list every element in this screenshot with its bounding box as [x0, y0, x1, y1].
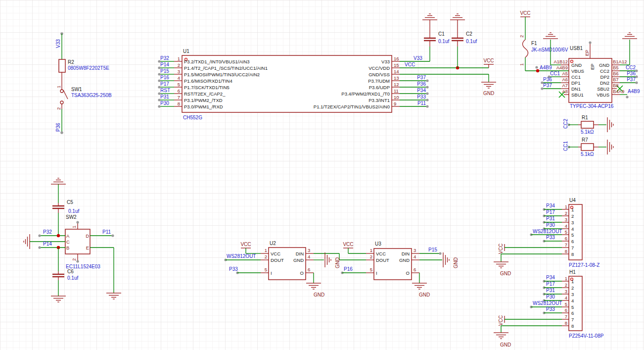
net-label[interactable]: P17: [546, 281, 555, 287]
net-label[interactable]: P30: [546, 294, 555, 300]
gnd-label: GND: [419, 292, 430, 298]
net-label-p15[interactable]: P15: [428, 247, 437, 252]
pin-number: 11: [394, 88, 399, 94]
pin-name: 1: [571, 207, 574, 212]
net-label-p14[interactable]: P14: [43, 241, 52, 247]
u1-ref: U1: [183, 49, 189, 54]
pin-number: 4: [308, 254, 310, 259]
net-label[interactable]: P14: [160, 62, 169, 67]
c5-ref: C5: [67, 200, 73, 205]
net-label-cc1[interactable]: CC1: [563, 141, 568, 151]
vcc-label: VCC: [498, 244, 504, 254]
pin-number: 4: [565, 295, 567, 300]
pin-name: DN2: [600, 80, 609, 86]
net-label[interactable]: P34: [417, 88, 426, 93]
pin-name: DOUT: [376, 257, 389, 263]
net-label-p16[interactable]: P16: [344, 266, 353, 272]
net-label[interactable]: WS2812OUT: [533, 300, 562, 306]
net-label[interactable]: P33: [417, 94, 426, 100]
net-label-p33[interactable]: P33: [229, 266, 238, 272]
pin-number: B6: [613, 71, 619, 76]
pin-number: 3: [565, 217, 567, 222]
net-label[interactable]: P34: [546, 275, 555, 280]
net-label[interactable]: WS2812OUT: [533, 229, 562, 234]
pin-number: A5: [562, 71, 568, 76]
net-label[interactable]: P16: [160, 75, 169, 80]
sw2-pin-b: B: [66, 245, 69, 250]
pin-name: VCC/VDD: [368, 65, 390, 71]
pin-name: 3: [571, 220, 574, 225]
vcc-label: VCC: [498, 315, 504, 326]
net-label-a4b9[interactable]: A4B9: [540, 65, 552, 70]
c5-value: 0.1uf: [68, 208, 79, 214]
net-label-cc2[interactable]: CC2: [563, 119, 568, 129]
pin-name: O: [300, 270, 304, 276]
vcc-label: VCC: [240, 242, 251, 247]
net-label[interactable]: P32: [160, 55, 169, 61]
schematic-sheet[interactable]: V33 R2 0805W8F2202T5E 1 2 SW1 TSA363G25-…: [0, 0, 644, 350]
c2-value: 0.1uf: [466, 39, 477, 44]
pin-name: VBUS: [571, 68, 584, 74]
net-label[interactable]: P31: [546, 216, 555, 221]
net-label[interactable]: A4B9: [628, 89, 640, 94]
net-label[interactable]: P36: [627, 71, 636, 76]
pin-name: P1.1/T2EX/CAP2/TIN1/VBUS2/AIN0: [314, 104, 390, 109]
net-label[interactable]: CC1: [550, 71, 560, 76]
sw1-pin2-number: 2: [56, 107, 61, 110]
pin-name: SBU1: [571, 92, 584, 98]
net-label[interactable]: P31: [160, 94, 169, 100]
net-label[interactable]: P34: [546, 203, 555, 208]
pin-number: 6: [565, 307, 567, 313]
net-label-ws2812out[interactable]: WS2812OUT: [227, 253, 256, 259]
pin-name: P3.4/PWM2/RXD1_/T0: [341, 91, 390, 97]
pin-number: 5: [370, 267, 372, 272]
f1-pin1-number: 1: [519, 63, 524, 66]
sw1-pin1-number: 1: [56, 86, 61, 88]
net-label-p11[interactable]: P11: [102, 229, 111, 235]
net-label[interactable]: P33: [546, 235, 555, 240]
gnd-label: GND: [335, 257, 340, 268]
net-label[interactable]: VCC: [405, 62, 415, 67]
pin-number: 5: [178, 82, 180, 87]
sw1-value: TSA363G25-250B: [71, 93, 112, 98]
pin-name: DP2: [600, 74, 609, 80]
net-label[interactable]: P36: [417, 81, 426, 87]
net-label[interactable]: P37: [627, 77, 636, 82]
net-label[interactable]: P37: [417, 75, 426, 80]
pin-name: GND: [599, 62, 609, 68]
pin-name: P1.4/T2_/CAP1_/SCS/TIN2/UCC1/AIN1: [184, 65, 268, 71]
net-label-p36[interactable]: P36: [55, 123, 61, 132]
net-label[interactable]: P30: [546, 222, 555, 228]
net-label[interactable]: P17: [546, 209, 555, 215]
net-label[interactable]: P36: [543, 77, 552, 82]
vcc-label: VCC: [343, 242, 353, 247]
net-label-v33[interactable]: V33: [55, 39, 61, 48]
net-label[interactable]: P15: [160, 68, 169, 74]
net-label[interactable]: CC2: [626, 65, 636, 70]
pin-number: 2: [565, 282, 567, 288]
net-label[interactable]: P11: [417, 100, 426, 106]
gnd-label: GND: [483, 91, 494, 96]
pin-number: 2: [565, 210, 567, 216]
pin-name: DIN: [402, 251, 410, 256]
net-label[interactable]: P33: [546, 306, 555, 312]
net-label[interactable]: P31: [546, 288, 555, 293]
net-label[interactable]: P37: [543, 83, 552, 88]
pin-number: 9: [394, 101, 396, 106]
u2-ref: U2: [270, 241, 276, 246]
net-label[interactable]: RST: [160, 88, 170, 93]
pin-number: 5: [565, 301, 567, 307]
net-label[interactable]: P17: [160, 81, 169, 87]
net-label-p32[interactable]: P32: [43, 229, 52, 235]
pin-name: 1: [571, 279, 574, 284]
net-label[interactable]: V33: [414, 55, 422, 61]
schematic-canvas[interactable]: V33 R2 0805W8F2202T5E 1 2 SW1 TSA363G25-…: [0, 0, 644, 350]
gnd-label: GND: [500, 271, 511, 276]
wire-junction: [57, 234, 60, 237]
sw2-pin-e: E: [86, 245, 89, 250]
pin-number: 2: [265, 254, 267, 259]
pin-number: 1: [565, 276, 567, 281]
net-label[interactable]: P30: [160, 100, 169, 106]
vcc-label: VCC: [520, 10, 530, 16]
pin-name: V33: [381, 59, 390, 64]
